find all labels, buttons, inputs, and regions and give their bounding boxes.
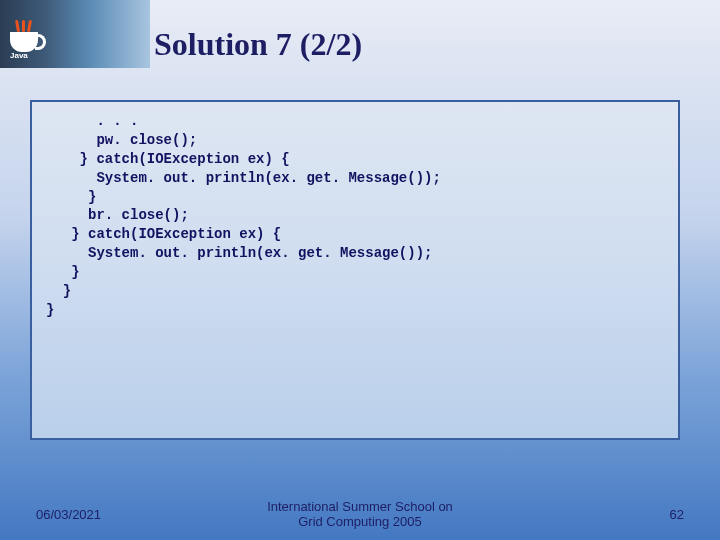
slide-title: Solution 7 (2/2) (154, 26, 362, 63)
code-line: pw. close(); (46, 131, 664, 150)
footer-center-line1: International Summer School on (267, 499, 453, 515)
code-line: . . . (46, 112, 664, 131)
code-line: br. close(); (46, 206, 664, 225)
footer-date: 06/03/2021 (36, 507, 101, 522)
code-line: } (46, 301, 664, 320)
footer-center: International Summer School on Grid Comp… (267, 499, 453, 530)
code-line: } catch(IOException ex) { (46, 150, 664, 169)
code-line: System. out. println(ex. get. Message())… (46, 244, 664, 263)
footer-center-line2: Grid Computing 2005 (267, 514, 453, 530)
java-logo-icon: Java (8, 20, 44, 60)
code-line: } (46, 263, 664, 282)
code-line: } (46, 282, 664, 301)
code-line: } catch(IOException ex) { (46, 225, 664, 244)
code-line: System. out. println(ex. get. Message())… (46, 169, 664, 188)
header-banner: Java (0, 0, 150, 68)
code-block: . . . pw. close(); } catch(IOException e… (30, 100, 680, 440)
code-line: } (46, 188, 664, 207)
footer-page-number: 62 (670, 507, 684, 522)
